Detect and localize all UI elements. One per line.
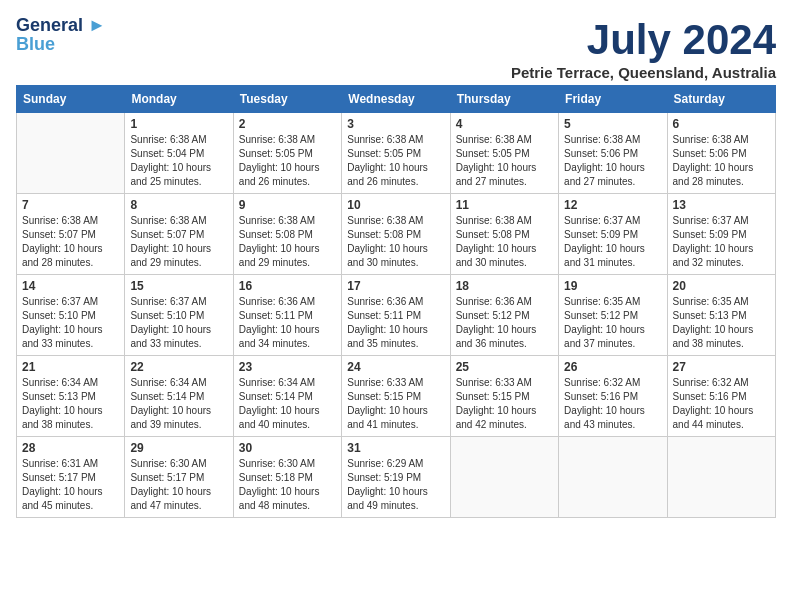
day-cell: 7Sunrise: 6:38 AMSunset: 5:07 PMDaylight… [17,194,125,275]
weekday-header-friday: Friday [559,86,667,113]
sunset-text: Sunset: 5:12 PM [564,310,638,321]
daylight-text: Daylight: 10 hours [673,162,754,173]
location-title: Petrie Terrace, Queensland, Australia [511,64,776,81]
day-number: 24 [347,360,444,374]
sunset-text: Sunset: 5:16 PM [564,391,638,402]
month-title: July 2024 [511,16,776,64]
sunrise-text: Sunrise: 6:35 AM [564,296,640,307]
daylight-text: Daylight: 10 hours [347,405,428,416]
sunset-text: Sunset: 5:05 PM [347,148,421,159]
daylight-text: Daylight: 10 hours [456,405,537,416]
daylight-text: Daylight: 10 hours [130,243,211,254]
day-info: Sunrise: 6:38 AMSunset: 5:07 PMDaylight:… [130,214,227,270]
day-number: 20 [673,279,770,293]
day-cell: 8Sunrise: 6:38 AMSunset: 5:07 PMDaylight… [125,194,233,275]
sunrise-text: Sunrise: 6:33 AM [456,377,532,388]
daylight-text: Daylight: 10 hours [347,243,428,254]
daylight-minutes: and 47 minutes. [130,500,201,511]
day-number: 4 [456,117,553,131]
day-cell: 28Sunrise: 6:31 AMSunset: 5:17 PMDayligh… [17,437,125,518]
day-number: 3 [347,117,444,131]
daylight-minutes: and 38 minutes. [22,419,93,430]
daylight-minutes: and 41 minutes. [347,419,418,430]
day-number: 27 [673,360,770,374]
sunrise-text: Sunrise: 6:32 AM [673,377,749,388]
day-info: Sunrise: 6:35 AMSunset: 5:12 PMDaylight:… [564,295,661,351]
weekday-header-tuesday: Tuesday [233,86,341,113]
day-info: Sunrise: 6:38 AMSunset: 5:05 PMDaylight:… [347,133,444,189]
sunrise-text: Sunrise: 6:38 AM [130,134,206,145]
daylight-minutes: and 49 minutes. [347,500,418,511]
daylight-text: Daylight: 10 hours [673,243,754,254]
sunrise-text: Sunrise: 6:38 AM [130,215,206,226]
day-number: 21 [22,360,119,374]
day-number: 17 [347,279,444,293]
daylight-text: Daylight: 10 hours [673,405,754,416]
day-info: Sunrise: 6:32 AMSunset: 5:16 PMDaylight:… [673,376,770,432]
sunset-text: Sunset: 5:11 PM [239,310,313,321]
daylight-minutes: and 45 minutes. [22,500,93,511]
day-info: Sunrise: 6:32 AMSunset: 5:16 PMDaylight:… [564,376,661,432]
day-cell: 26Sunrise: 6:32 AMSunset: 5:16 PMDayligh… [559,356,667,437]
weekday-header-monday: Monday [125,86,233,113]
weekday-header-row: SundayMondayTuesdayWednesdayThursdayFrid… [17,86,776,113]
day-number: 18 [456,279,553,293]
daylight-text: Daylight: 10 hours [347,324,428,335]
sunrise-text: Sunrise: 6:36 AM [239,296,315,307]
sunrise-text: Sunrise: 6:30 AM [239,458,315,469]
day-cell: 15Sunrise: 6:37 AMSunset: 5:10 PMDayligh… [125,275,233,356]
sunrise-text: Sunrise: 6:37 AM [564,215,640,226]
day-cell: 27Sunrise: 6:32 AMSunset: 5:16 PMDayligh… [667,356,775,437]
logo-blue: ► [83,15,106,35]
daylight-minutes: and 30 minutes. [347,257,418,268]
calendar-table: SundayMondayTuesdayWednesdayThursdayFrid… [16,85,776,518]
daylight-text: Daylight: 10 hours [564,405,645,416]
day-number: 13 [673,198,770,212]
sunset-text: Sunset: 5:08 PM [347,229,421,240]
day-number: 14 [22,279,119,293]
daylight-minutes: and 37 minutes. [564,338,635,349]
sunset-text: Sunset: 5:05 PM [239,148,313,159]
sunrise-text: Sunrise: 6:38 AM [456,134,532,145]
weekday-header-sunday: Sunday [17,86,125,113]
day-cell: 21Sunrise: 6:34 AMSunset: 5:13 PMDayligh… [17,356,125,437]
day-info: Sunrise: 6:38 AMSunset: 5:04 PMDaylight:… [130,133,227,189]
daylight-text: Daylight: 10 hours [347,486,428,497]
day-number: 11 [456,198,553,212]
daylight-text: Daylight: 10 hours [456,324,537,335]
day-cell: 11Sunrise: 6:38 AMSunset: 5:08 PMDayligh… [450,194,558,275]
daylight-minutes: and 33 minutes. [22,338,93,349]
sunrise-text: Sunrise: 6:38 AM [347,215,423,226]
daylight-text: Daylight: 10 hours [239,405,320,416]
day-cell: 19Sunrise: 6:35 AMSunset: 5:12 PMDayligh… [559,275,667,356]
day-info: Sunrise: 6:36 AMSunset: 5:12 PMDaylight:… [456,295,553,351]
sunset-text: Sunset: 5:13 PM [22,391,96,402]
daylight-text: Daylight: 10 hours [564,324,645,335]
daylight-minutes: and 38 minutes. [673,338,744,349]
day-cell: 12Sunrise: 6:37 AMSunset: 5:09 PMDayligh… [559,194,667,275]
day-info: Sunrise: 6:36 AMSunset: 5:11 PMDaylight:… [347,295,444,351]
sunset-text: Sunset: 5:14 PM [130,391,204,402]
daylight-minutes: and 40 minutes. [239,419,310,430]
day-info: Sunrise: 6:34 AMSunset: 5:14 PMDaylight:… [130,376,227,432]
daylight-text: Daylight: 10 hours [347,162,428,173]
weekday-header-thursday: Thursday [450,86,558,113]
day-number: 23 [239,360,336,374]
sunset-text: Sunset: 5:10 PM [130,310,204,321]
daylight-text: Daylight: 10 hours [564,162,645,173]
week-row-5: 28Sunrise: 6:31 AMSunset: 5:17 PMDayligh… [17,437,776,518]
day-number: 2 [239,117,336,131]
day-info: Sunrise: 6:31 AMSunset: 5:17 PMDaylight:… [22,457,119,513]
sunset-text: Sunset: 5:08 PM [239,229,313,240]
day-info: Sunrise: 6:38 AMSunset: 5:07 PMDaylight:… [22,214,119,270]
day-info: Sunrise: 6:30 AMSunset: 5:18 PMDaylight:… [239,457,336,513]
daylight-text: Daylight: 10 hours [673,324,754,335]
day-number: 29 [130,441,227,455]
day-info: Sunrise: 6:37 AMSunset: 5:09 PMDaylight:… [564,214,661,270]
day-number: 1 [130,117,227,131]
sunset-text: Sunset: 5:14 PM [239,391,313,402]
day-number: 7 [22,198,119,212]
day-cell: 17Sunrise: 6:36 AMSunset: 5:11 PMDayligh… [342,275,450,356]
day-cell: 20Sunrise: 6:35 AMSunset: 5:13 PMDayligh… [667,275,775,356]
day-cell: 23Sunrise: 6:34 AMSunset: 5:14 PMDayligh… [233,356,341,437]
